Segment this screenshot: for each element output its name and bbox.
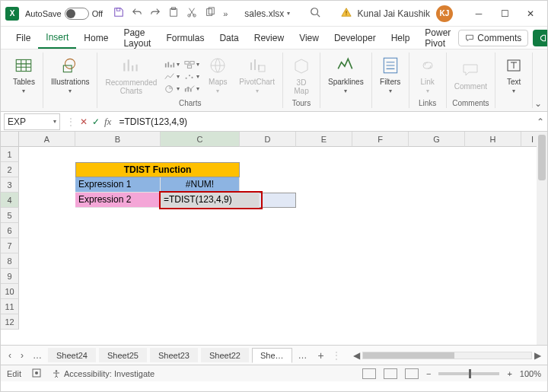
page-layout-view-icon[interactable]	[384, 368, 397, 379]
row-header-6[interactable]: 6	[1, 223, 19, 238]
hierarchy-chart-icon[interactable]: ▾	[184, 60, 199, 69]
row-header-2[interactable]: 2	[1, 162, 19, 177]
illustrations-button[interactable]: Illustrations▾	[48, 53, 93, 97]
sparklines-button[interactable]: Sparklines▾	[325, 53, 367, 97]
scatter-chart-icon[interactable]: ▾	[184, 72, 199, 81]
cell-c3[interactable]: #NUM!	[161, 177, 240, 193]
close-button[interactable]: ✕	[518, 5, 543, 22]
paste-icon[interactable]	[168, 7, 179, 20]
row-header-5[interactable]: 5	[1, 208, 19, 223]
tables-button[interactable]: Tables▾	[10, 53, 38, 97]
col-header-g[interactable]: G	[409, 132, 465, 147]
row-header-7[interactable]: 7	[1, 238, 19, 253]
accessibility-status[interactable]: Accessibility: Investigate	[52, 369, 155, 378]
row-header-9[interactable]: 9	[1, 269, 19, 284]
share-button[interactable]	[533, 30, 548, 46]
tab-developer[interactable]: Developer	[327, 28, 384, 48]
zoom-slider[interactable]	[438, 372, 499, 375]
sheet-nav-more-icon[interactable]: …	[30, 350, 45, 361]
redo-icon[interactable]	[150, 7, 161, 20]
zoom-level[interactable]: 100%	[520, 369, 541, 378]
cut-icon[interactable]	[186, 7, 197, 20]
page-break-view-icon[interactable]	[405, 368, 419, 379]
col-header-c[interactable]: C	[161, 132, 240, 147]
save-icon[interactable]	[113, 7, 124, 20]
col-header-b[interactable]: B	[75, 132, 161, 147]
cell-b4[interactable]: Expression 2	[75, 193, 161, 208]
user-avatar[interactable]: KJ	[436, 5, 453, 22]
chart-type-gallery[interactable]: ▾ ▾ ▾	[164, 57, 180, 94]
3d-map-button[interactable]: 3D Map	[288, 54, 315, 97]
col-header-a[interactable]: A	[19, 132, 75, 147]
row-header-10[interactable]: 10	[1, 284, 19, 299]
tab-help[interactable]: Help	[384, 28, 418, 48]
tab-page-layout[interactable]: Page Layout	[116, 23, 158, 53]
row-header-3[interactable]: 3	[1, 177, 19, 193]
scroll-right-icon[interactable]: ▶	[532, 350, 543, 361]
line-chart-icon[interactable]: ▾	[164, 72, 180, 81]
sheet-tab-2[interactable]: Sheet23	[150, 348, 198, 362]
bar-chart-icon[interactable]: ▾	[164, 60, 180, 69]
autosave-toggle[interactable]: AutoSave Off	[25, 8, 103, 20]
tab-view[interactable]: View	[292, 28, 327, 48]
row-header-12[interactable]: 12	[1, 314, 19, 330]
tab-insert[interactable]: Insert	[38, 27, 76, 49]
recommended-charts-button[interactable]: Recommended Charts	[102, 54, 160, 97]
workbook-filename[interactable]: sales.xlsx ▾	[244, 8, 290, 19]
zoom-in-icon[interactable]: +	[507, 369, 511, 378]
cell-b3[interactable]: Expression 1	[75, 177, 161, 193]
row-header-4[interactable]: 4	[1, 193, 19, 208]
vertical-scrollbar[interactable]	[537, 132, 547, 345]
tab-review[interactable]: Review	[247, 28, 292, 48]
warning-icon[interactable]	[341, 7, 352, 20]
tab-power-pivot[interactable]: Power Pivot	[417, 23, 458, 53]
copy-icon[interactable]	[205, 7, 215, 20]
horizontal-scrollbar[interactable]: ◀ ▶	[352, 350, 543, 361]
row-header-8[interactable]: 8	[1, 253, 19, 269]
combo-chart-icon[interactable]: ▾	[184, 84, 199, 94]
col-header-d[interactable]: D	[240, 132, 296, 147]
select-all-triangle[interactable]	[1, 132, 19, 147]
row-header-11[interactable]: 11	[1, 299, 19, 314]
add-sheet-button[interactable]: +	[314, 349, 329, 362]
maps-button[interactable]: Maps▾	[204, 53, 231, 97]
link-button[interactable]: Link▾	[414, 53, 441, 97]
cell-title[interactable]: TDIST Function	[75, 162, 240, 177]
sheet-tab-4[interactable]: She…	[252, 348, 292, 363]
scrollbar-thumb[interactable]	[538, 135, 546, 180]
row-header-1[interactable]: 1	[1, 147, 19, 162]
scroll-track[interactable]	[362, 352, 532, 359]
col-header-f[interactable]: F	[352, 132, 409, 147]
cancel-icon[interactable]: ✕	[80, 116, 88, 127]
sheet-nav-prev-icon[interactable]: ‹	[5, 350, 14, 361]
fx-icon[interactable]: fx	[104, 116, 111, 128]
normal-view-icon[interactable]	[362, 368, 376, 379]
macro-record-icon[interactable]	[32, 368, 41, 379]
col-header-h[interactable]: H	[465, 132, 521, 147]
scroll-left-icon[interactable]: ◀	[352, 350, 362, 361]
text-button[interactable]: Text▾	[500, 53, 527, 97]
scroll-thumb[interactable]	[363, 352, 454, 359]
minimize-button[interactable]: ─	[467, 5, 491, 22]
expand-formula-bar-icon[interactable]: ⌃	[534, 116, 547, 127]
toggle-off-icon[interactable]	[65, 8, 89, 20]
sheet-tab-1[interactable]: Sheet25	[99, 348, 147, 362]
spreadsheet-grid[interactable]: A B C D E F G H I 1 2 3 4 5 6 7 8 9 10 1…	[1, 132, 547, 345]
cell-c4-editing[interactable]: =TDIST(123,4,9)	[161, 193, 260, 208]
sheet-nav-next-icon[interactable]: ›	[18, 350, 27, 361]
maximize-button[interactable]: ☐	[492, 5, 517, 22]
chart-type-gallery-2[interactable]: ▾ ▾ ▾	[184, 57, 199, 94]
sheet-tab-0[interactable]: Sheet24	[48, 348, 96, 362]
name-box[interactable]: EXP ▾	[4, 113, 60, 130]
filters-button[interactable]: Filters▾	[377, 53, 404, 97]
sheet-overflow-icon[interactable]: …	[295, 350, 311, 361]
pie-chart-icon[interactable]: ▾	[164, 84, 180, 94]
comment-button[interactable]: Comment	[451, 58, 490, 92]
tab-home[interactable]: Home	[76, 28, 116, 48]
zoom-out-icon[interactable]: −	[426, 369, 431, 378]
formula-input[interactable]: =TDIST(123,4,9)	[114, 115, 534, 129]
sheet-tab-3[interactable]: Sheet22	[201, 348, 249, 362]
pivotchart-button[interactable]: PivotChart▾	[236, 53, 278, 97]
col-header-e[interactable]: E	[296, 132, 352, 147]
ribbon-collapse-button[interactable]: ⌄	[532, 97, 544, 110]
